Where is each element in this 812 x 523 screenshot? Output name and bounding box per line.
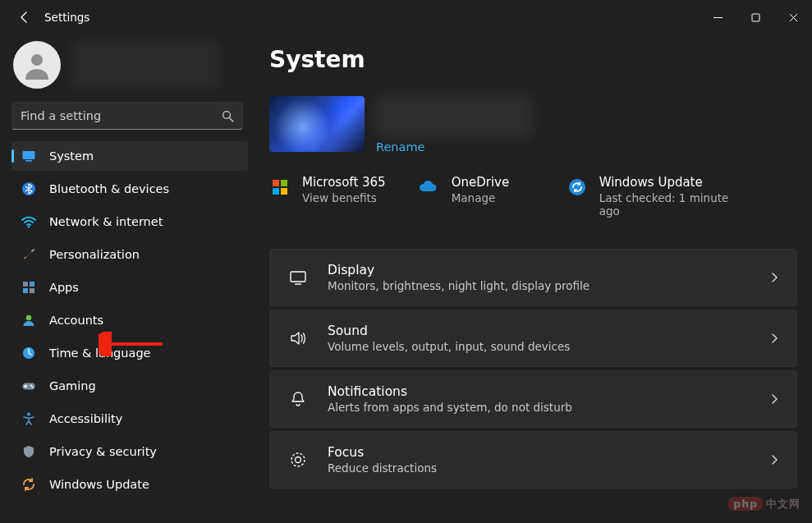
svg-point-6 xyxy=(28,226,30,227)
chevron-right-icon xyxy=(768,272,780,283)
svg-point-17 xyxy=(27,413,30,416)
user-name-redacted xyxy=(72,41,220,89)
search-input-container[interactable] xyxy=(11,102,243,130)
svg-point-23 xyxy=(569,179,585,195)
sidebar-item-label: Personalization xyxy=(49,248,140,261)
card-notifications[interactable]: Notifications Alerts from apps and syste… xyxy=(269,370,797,428)
focus-icon xyxy=(287,451,310,469)
sidebar-item-label: Time & language xyxy=(49,346,151,360)
card-title: Focus xyxy=(328,445,768,460)
microsoft365-icon xyxy=(269,177,291,198)
card-sound[interactable]: Sound Volume levels, output, input, soun… xyxy=(269,310,797,367)
svg-point-15 xyxy=(30,384,32,386)
svg-rect-11 xyxy=(30,288,34,293)
sidebar-item-apps[interactable]: Apps xyxy=(11,273,248,302)
card-subtitle: Reduce distractions xyxy=(328,461,768,475)
chevron-right-icon xyxy=(768,454,780,466)
window-minimize-button[interactable] xyxy=(699,4,736,30)
svg-rect-9 xyxy=(30,282,34,287)
sidebar-item-label: System xyxy=(49,149,94,163)
tile-onedrive[interactable]: OneDrive Manage xyxy=(419,175,534,218)
app-title: Settings xyxy=(44,11,89,24)
card-subtitle: Alerts from apps and system, do not dist… xyxy=(328,401,768,414)
sidebar-item-network[interactable]: Network & internet xyxy=(11,207,248,236)
bluetooth-icon xyxy=(21,181,36,196)
card-title: Notifications xyxy=(328,384,768,399)
svg-rect-3 xyxy=(23,151,35,159)
svg-rect-22 xyxy=(281,188,287,195)
device-name-redacted xyxy=(376,96,532,137)
paintbrush-icon xyxy=(21,247,36,262)
gamepad-icon xyxy=(21,378,36,393)
avatar[interactable] xyxy=(13,41,61,89)
tile-subtitle: Last checked: 1 minute ago xyxy=(599,191,747,218)
card-title: Sound xyxy=(328,323,768,338)
card-title: Display xyxy=(328,263,768,278)
display-icon xyxy=(287,268,310,287)
tile-subtitle: Manage xyxy=(452,191,510,204)
back-button[interactable] xyxy=(15,7,34,27)
person-icon xyxy=(21,313,36,328)
sidebar-item-system[interactable]: System xyxy=(11,141,248,171)
tile-title: OneDrive xyxy=(452,175,510,190)
sidebar-item-bluetooth[interactable]: Bluetooth & devices xyxy=(11,174,248,204)
svg-rect-4 xyxy=(25,160,32,162)
svg-rect-0 xyxy=(752,14,759,21)
sidebar-item-accessibility[interactable]: Accessibility xyxy=(11,404,248,434)
svg-point-1 xyxy=(31,54,43,66)
sidebar-item-update[interactable]: Windows Update xyxy=(11,470,248,499)
wifi-icon xyxy=(21,214,36,229)
tile-title: Microsoft 365 xyxy=(302,175,386,190)
update-icon xyxy=(21,477,36,492)
sync-icon xyxy=(567,177,588,198)
svg-rect-19 xyxy=(273,180,279,186)
accessibility-icon xyxy=(21,411,36,426)
tile-windows-update[interactable]: Windows Update Last checked: 1 minute ag… xyxy=(567,175,747,218)
svg-rect-24 xyxy=(291,272,305,282)
svg-rect-21 xyxy=(273,188,279,195)
chevron-right-icon xyxy=(768,393,780,405)
sidebar-item-label: Privacy & security xyxy=(49,445,157,458)
sidebar-item-label: Apps xyxy=(49,281,79,294)
svg-rect-8 xyxy=(23,282,28,287)
monitor-icon xyxy=(21,149,36,163)
onedrive-icon xyxy=(419,177,440,198)
window-maximize-button[interactable] xyxy=(736,4,774,30)
tile-title: Windows Update xyxy=(599,175,747,190)
sidebar-item-personalization[interactable]: Personalization xyxy=(11,240,248,269)
svg-point-16 xyxy=(31,386,33,388)
sidebar-item-gaming[interactable]: Gaming xyxy=(11,371,248,401)
card-subtitle: Volume levels, output, input, sound devi… xyxy=(328,340,768,353)
window-close-button[interactable] xyxy=(774,4,812,30)
tile-microsoft365[interactable]: Microsoft 365 View benefits xyxy=(269,175,386,218)
sidebar-item-time[interactable]: Time & language xyxy=(11,338,248,368)
card-focus[interactable]: Focus Reduce distractions xyxy=(269,431,797,489)
card-subtitle: Monitors, brightness, night light, displ… xyxy=(328,279,768,292)
sidebar-item-label: Network & internet xyxy=(49,215,163,228)
svg-point-26 xyxy=(296,457,301,463)
card-display[interactable]: Display Monitors, brightness, night ligh… xyxy=(269,249,797,306)
page-title: System xyxy=(269,46,797,73)
sidebar-item-accounts[interactable]: Accounts xyxy=(11,305,248,335)
sidebar-item-label: Windows Update xyxy=(49,478,149,491)
tile-subtitle: View benefits xyxy=(302,191,386,204)
clock-globe-icon xyxy=(21,346,36,360)
sidebar-item-label: Bluetooth & devices xyxy=(49,182,169,195)
rename-link[interactable]: Rename xyxy=(376,140,532,154)
watermark: php中文网 xyxy=(728,498,801,512)
svg-point-25 xyxy=(291,453,305,466)
search-icon xyxy=(222,110,234,122)
sidebar-item-privacy[interactable]: Privacy & security xyxy=(11,437,248,466)
sidebar-item-label: Gaming xyxy=(49,379,96,392)
desktop-wallpaper-thumbnail xyxy=(269,96,365,152)
sidebar-item-label: Accounts xyxy=(49,314,103,327)
shield-icon xyxy=(21,444,36,459)
svg-point-12 xyxy=(26,315,32,321)
svg-rect-20 xyxy=(281,180,287,186)
search-input[interactable] xyxy=(21,109,222,122)
apps-icon xyxy=(21,280,36,295)
sound-icon xyxy=(287,329,310,347)
chevron-right-icon xyxy=(768,333,780,344)
sidebar-item-label: Accessibility xyxy=(49,412,122,425)
bell-icon xyxy=(287,390,310,408)
